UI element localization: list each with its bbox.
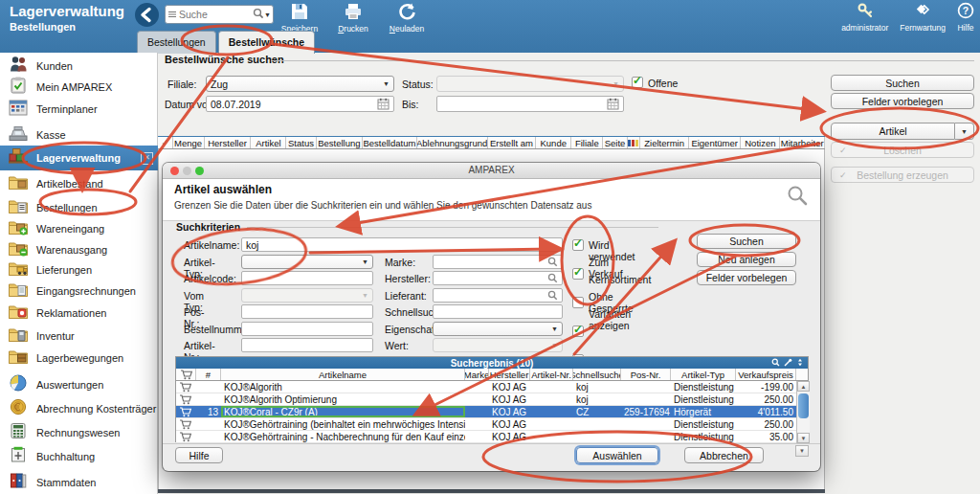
lieferant-input[interactable] (433, 288, 563, 303)
table-pin-icon[interactable] (784, 358, 792, 369)
hersteller-input[interactable] (433, 271, 563, 285)
zum-verkauf-checkbox[interactable]: ✓ (572, 268, 584, 280)
calendar-icon[interactable] (377, 98, 390, 110)
pos-nr-input[interactable] (241, 304, 373, 319)
column-options-button[interactable]: ▼ (795, 445, 809, 457)
results-col-cart[interactable] (176, 369, 196, 380)
orders-col-kunde[interactable]: Kunde (536, 137, 571, 148)
search-input[interactable] (177, 8, 253, 21)
sidebar-item-lagerverwaltung[interactable]: Lagerverwaltung✕ (0, 146, 158, 170)
account-button-administrator[interactable]: administrator (841, 2, 888, 33)
table-sort-icon[interactable] (796, 358, 804, 369)
account-button-fernwartung[interactable]: Fernwartung (900, 2, 946, 33)
results-col-artikelname[interactable]: Artikelname (221, 369, 465, 380)
offene-checkbox[interactable]: ✓ (632, 77, 643, 88)
search-icon[interactable] (253, 6, 264, 23)
orders-col-artikel[interactable]: Artikel (251, 137, 286, 148)
sidebar-item-rechnungswesen[interactable]: Rechnungswesen (0, 421, 158, 444)
scroll-up-icon[interactable]: ▲ (797, 381, 810, 392)
orders-col-colors[interactable] (628, 137, 641, 148)
sidebar-item-artikelbestand[interactable]: Artikelbestand (0, 172, 158, 195)
marke-input[interactable] (433, 255, 563, 269)
artikel-typ-select[interactable]: ▼ (241, 255, 373, 269)
scrollbar-thumb[interactable] (798, 393, 809, 418)
results-col-marke[interactable]: Marke (465, 369, 489, 380)
sidebar-item-kasse[interactable]: Kasse (0, 124, 158, 146)
hilfe-button[interactable]: Hilfe (175, 447, 223, 463)
artikel-dropdown-button[interactable]: ▼ (955, 123, 974, 140)
result-row-5[interactable]: KOJ®Gehörtraining - Nachberechnung für d… (176, 431, 808, 443)
felder-vorbelegen-button[interactable]: Felder vorbelegen (697, 270, 796, 285)
results-col-[interactable]: # (196, 369, 221, 380)
scroll-down-icon[interactable]: ▼ (797, 433, 810, 443)
results-col-schnellsuche[interactable]: Schnellsuche (573, 369, 621, 380)
sidebar-item-stammdaten[interactable]: Stammdaten (0, 471, 158, 494)
orders-col-bestelldatum[interactable]: Bestelldatum (363, 137, 416, 148)
felder-vorbelegen-button[interactable]: Felder vorbelegen (831, 93, 974, 109)
artikelcode-input[interactable] (241, 271, 373, 285)
result-row-1[interactable]: KOJ®AlgorithKOJ AGkojDienstleistung-199.… (176, 381, 808, 393)
results-scrollbar[interactable]: ▲ ▼ (796, 381, 810, 443)
orders-col-zieltermin[interactable]: Zieltermin (640, 137, 689, 148)
dialog-titlebar[interactable]: AMPAREX (163, 163, 820, 179)
sidebar-item-wareneingang[interactable]: Wareneingang (0, 217, 158, 240)
orders-col-eigent-mer[interactable]: Eigentümer (689, 137, 742, 148)
sidebar-item-reklamationen[interactable]: Reklamationen (0, 302, 158, 325)
results-col-artikel-typ[interactable]: Artikel-Typ (671, 369, 736, 380)
eigenschaft-select[interactable]: ▼ (433, 322, 563, 336)
orders-col-filiale[interactable]: Filiale (571, 137, 603, 148)
suchen-button[interactable]: Suchen (697, 234, 796, 249)
wird-verwendet-checkbox[interactable]: ✓ (572, 239, 584, 251)
result-row-4[interactable]: KOJ®Gehörtraining (beinhaltet ein mehrwö… (176, 418, 808, 431)
orders-col-ablehnungsgrund[interactable]: Ablehnungsgrund (417, 137, 488, 148)
tab-bestellw-nsche[interactable]: Bestellwünsche (218, 31, 315, 54)
bis-input[interactable] (436, 96, 624, 112)
orders-col-notizen[interactable]: Notizen (741, 137, 780, 148)
abbrechen-button[interactable]: Abbrechen (684, 447, 764, 463)
orders-col-mitarbeiter[interactable]: Mitarbeiter (780, 137, 825, 148)
results-col-hersteller[interactable]: Hersteller (489, 369, 530, 380)
toolbar-button-drucken[interactable]: Drucken (330, 2, 376, 34)
orders-col-seite[interactable]: Seite (603, 137, 627, 148)
sidebar-item-kunden[interactable]: Kunden (0, 55, 158, 78)
orders-col-bestellung[interactable]: Bestellung (317, 137, 364, 148)
sidebar-item-auswertungen[interactable]: Auswertungen (0, 373, 158, 396)
search-icon[interactable] (547, 257, 558, 267)
account-button-hilfe[interactable]: ?Hilfe (957, 2, 974, 33)
back-button[interactable] (134, 2, 160, 28)
sidebar-item-lieferungen[interactable]: Lieferungen (0, 258, 158, 281)
orders-col-erstellt-am[interactable]: Erstellt am (488, 137, 537, 148)
ausw-hlen-button[interactable]: Auswählen (576, 447, 658, 463)
schnellsuche-input[interactable] (433, 304, 563, 319)
toolbar-button-speichern[interactable]: Speichern (277, 2, 323, 34)
suchen-button[interactable]: Suchen (831, 75, 974, 91)
filiale-select[interactable]: Zug ▼ (206, 76, 394, 92)
tab-bestellungen[interactable]: Bestellungen (137, 31, 216, 54)
sidebar-item-bestellungen[interactable]: Bestellungen (0, 196, 158, 219)
search-icon[interactable] (547, 273, 558, 283)
table-search-icon[interactable] (771, 358, 780, 369)
results-col-pos-nr[interactable]: Pos-Nr. (621, 369, 671, 380)
toolbar-button-neuladen[interactable]: Neuladen (384, 2, 430, 34)
artikel-split-button[interactable]: Artikel ▼ (831, 123, 974, 140)
neu-anlegen-button[interactable]: Neu anlegen (697, 252, 796, 267)
artikelname-input[interactable]: koj (241, 237, 563, 252)
sidebar-item-mein-amparex[interactable]: Mein AMPAREX (0, 76, 158, 99)
datum-von-input[interactable]: 08.07.2019 (206, 96, 394, 112)
sidebar-item-lagerbewegungen[interactable]: Lagerbewegungen (0, 347, 158, 370)
global-search-box[interactable]: ▼ (165, 5, 274, 24)
bestellnummer-input[interactable] (241, 322, 373, 336)
artikel-button[interactable]: Artikel (831, 123, 955, 140)
sidebar-item-inventur[interactable]: Inventur (0, 325, 158, 348)
search-dropdown-caret-icon[interactable]: ▼ (264, 11, 271, 18)
ohne-gesperrte-checkbox[interactable]: ✓ (572, 326, 584, 337)
sidebar-item-buchhaltung[interactable]: Buchhaltung (0, 445, 158, 468)
calendar-icon[interactable] (607, 98, 619, 110)
orders-col-menge[interactable]: Menge (173, 137, 205, 148)
search-icon[interactable] (547, 290, 558, 301)
results-col-verkaufspreis[interactable]: Verkaufspreis (736, 369, 796, 380)
orders-col-check[interactable]: ✓ (158, 137, 173, 148)
sidebar-item-abrechnung-kostentr-ger[interactable]: Abrechnung Kostenträger (0, 397, 158, 420)
kernsortiment-checkbox[interactable] (572, 297, 584, 308)
artikel-nr-input[interactable] (241, 338, 373, 352)
